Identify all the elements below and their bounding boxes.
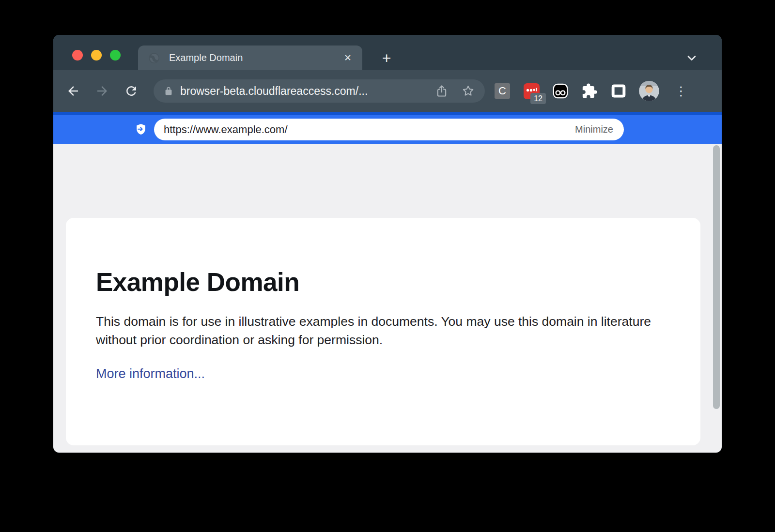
isolated-url-pill: Minimize [154,119,624,140]
close-window-button[interactable] [72,50,83,61]
extension-glasses-button[interactable] [552,82,569,100]
reload-button[interactable] [122,82,140,100]
lock-icon [163,86,174,96]
minimize-bar-button[interactable]: Minimize [571,124,624,135]
extensions-row: C 12 [494,81,688,101]
example-domain-card: Example Domain This domain is for use in… [66,218,700,445]
tab-title: Example Domain [169,52,341,63]
tab-strip: Example Domain ✕ + [53,35,722,70]
share-icon[interactable] [435,84,449,98]
bookmark-star-icon[interactable] [461,84,475,98]
extensions-menu-button[interactable] [581,82,598,100]
side-panel-button[interactable] [610,82,627,100]
chevron-down-icon[interactable] [685,51,698,65]
isolation-shield-icon [135,123,147,136]
active-tab[interactable]: Example Domain ✕ [138,46,362,70]
reload-icon [124,84,139,98]
extension-badge-count: 12 [530,93,546,104]
browser-menu-button[interactable]: ⋮ [671,82,688,100]
scrollbar-thumb[interactable] [713,145,720,409]
page-paragraph: This domain is for use in illustrative e… [96,312,655,349]
page-viewport: Example Domain This domain is for use in… [53,144,722,453]
address-bar[interactable]: browser-beta.cloudflareaccess.com/... [154,79,485,103]
address-bar-url: browser-beta.cloudflareaccess.com/... [180,85,368,98]
isolated-url-input[interactable] [154,123,571,136]
browser-toolbar: browser-beta.cloudflareaccess.com/... C [53,70,722,112]
tab-close-icon[interactable]: ✕ [341,51,355,64]
profile-avatar[interactable] [639,81,659,101]
globe-favicon-icon [148,52,160,64]
side-panel-icon [610,83,627,99]
isolation-bar-divider [53,112,722,115]
puzzle-piece-icon [581,83,598,99]
forward-arrow-icon [95,84,109,98]
new-tab-button[interactable]: + [377,48,396,68]
back-button[interactable] [64,82,82,100]
minimize-window-button[interactable] [91,50,102,61]
forward-button[interactable] [93,82,111,100]
browser-window: Example Domain ✕ + browser-beta.cloudfla… [53,35,722,453]
extension-c-button[interactable]: C [494,82,511,100]
extension-red-button[interactable]: 12 [523,82,540,100]
back-arrow-icon [66,84,80,98]
extension-c-icon: C [495,83,510,99]
more-information-link[interactable]: More information... [96,366,205,381]
fullscreen-window-button[interactable] [110,50,121,61]
glasses-icon [552,83,569,99]
isolation-bar: Minimize [53,115,722,144]
page-title: Example Domain [96,267,670,297]
kebab-menu-icon: ⋮ [675,87,684,95]
